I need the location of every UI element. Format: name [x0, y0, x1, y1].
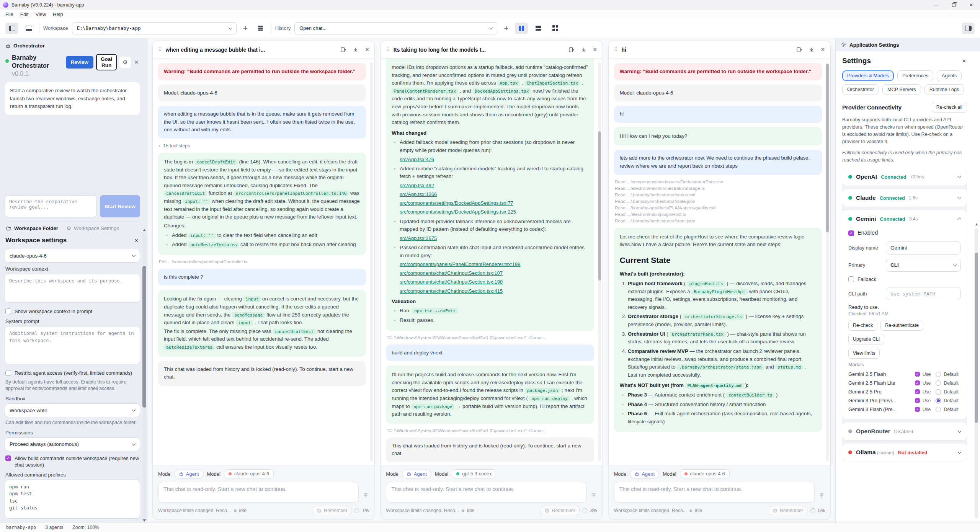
tab-mcp-servers[interactable]: MCP Servers: [882, 84, 921, 95]
file-link[interactable]: src/components/settings/DockedAppSetting…: [400, 208, 516, 216]
file-link[interactable]: src/App.tsx:476: [400, 156, 434, 163]
close-icon[interactable]: ✕: [365, 47, 369, 52]
reauthenticate-button[interactable]: Re-authenticate: [880, 320, 923, 331]
show-context-checkbox[interactable]: [5, 308, 11, 314]
start-review-button[interactable]: Start Review: [100, 195, 140, 217]
provider-row[interactable]: GeminiConnected3.4s: [842, 210, 967, 228]
default-radio[interactable]: [936, 398, 941, 403]
menu-file[interactable]: File: [2, 11, 16, 18]
use-checkbox[interactable]: [915, 407, 920, 412]
send-icon[interactable]: [591, 492, 597, 500]
add-panel-icon[interactable]: [796, 47, 802, 53]
menu-help[interactable]: Help: [50, 11, 66, 18]
close-orchestrator-icon[interactable]: ✕: [134, 59, 139, 65]
upgrade-cli-button[interactable]: Upgrade CLI: [848, 334, 884, 344]
workspace-select[interactable]: E:\Barnaby\barnaby-app: [72, 22, 237, 34]
add-workspace-button[interactable]: +: [240, 23, 250, 33]
enabled-checkbox[interactable]: [848, 230, 854, 236]
menu-view[interactable]: View: [33, 11, 49, 18]
chevron-up-icon[interactable]: [958, 218, 962, 222]
history-select[interactable]: Open chat...: [294, 22, 497, 34]
chevron-down-icon[interactable]: [958, 450, 962, 454]
workspace-model-select[interactable]: claude-opus-4-6: [5, 249, 140, 263]
layout-columns-button[interactable]: [515, 23, 528, 34]
tab-workspace-settings[interactable]: ⚙ Workspace Settings: [67, 225, 119, 231]
drag-handle-icon[interactable]: ⠿: [614, 47, 618, 52]
use-checkbox[interactable]: [915, 380, 920, 385]
gear-icon[interactable]: ⚙: [119, 57, 131, 68]
remember-button[interactable]: Remember: [541, 506, 579, 515]
close-icon[interactable]: ✕: [821, 47, 825, 52]
add-panel-icon[interactable]: [568, 47, 575, 53]
file-link[interactable]: src/components/chat/ChatInputSection.tsx…: [400, 287, 503, 295]
toggle-right-panel-button[interactable]: [962, 23, 975, 34]
default-radio[interactable]: [936, 380, 941, 386]
minimize-button[interactable]: —: [927, 0, 945, 10]
recheck-button[interactable]: Re-check: [848, 320, 877, 331]
allow-build-checkbox[interactable]: [5, 455, 11, 461]
download-icon[interactable]: [581, 47, 587, 53]
tool-steps-toggle[interactable]: ›15 tool steps: [158, 143, 366, 149]
panel-scrollbar-thumb[interactable]: [826, 64, 829, 232]
model-pill[interactable]: gpt-5.3-codex: [452, 469, 496, 478]
chat-input[interactable]: This chat is read-only. Start a new chat…: [614, 482, 815, 503]
settings-scrollbar-thumb[interactable]: [975, 253, 978, 423]
primary-select[interactable]: CLI: [886, 259, 961, 272]
review-button[interactable]: Review: [66, 56, 94, 69]
scroll-down-arrow[interactable]: [143, 519, 146, 522]
agent-mode-pill[interactable]: Agent: [630, 470, 659, 478]
close-settings-icon[interactable]: ✕: [134, 238, 139, 243]
default-radio[interactable]: [936, 372, 941, 377]
layout-grid-button[interactable]: [549, 23, 562, 34]
send-icon[interactable]: [363, 492, 369, 500]
system-prompt-input[interactable]: [5, 326, 140, 364]
chevron-down-icon[interactable]: [958, 429, 962, 433]
remember-button[interactable]: Remember: [769, 506, 807, 515]
file-link[interactable]: src/App.tsx:1266: [400, 191, 437, 198]
new-chat-button[interactable]: +: [501, 23, 511, 33]
display-name-input[interactable]: [886, 242, 961, 255]
close-window-button[interactable]: ✕: [962, 0, 980, 10]
fallback-checkbox[interactable]: [848, 276, 854, 282]
close-icon[interactable]: ✕: [593, 47, 597, 52]
close-settings-panel-icon[interactable]: ✕: [961, 58, 967, 64]
workspace-context-input[interactable]: [5, 274, 140, 303]
chevron-down-icon[interactable]: [958, 196, 962, 199]
goal-run-button[interactable]: Goal Run: [96, 54, 117, 70]
provider-row[interactable]: Ollama (custom)Not installed: [842, 444, 967, 461]
view-limits-button[interactable]: View limits: [848, 348, 880, 359]
agent-mode-pill[interactable]: Agent: [402, 470, 431, 478]
file-link[interactable]: src/components/settings/DockedAppSetting…: [400, 199, 513, 207]
use-checkbox[interactable]: [915, 398, 920, 403]
restore-button[interactable]: [945, 0, 962, 10]
panel-scrollbar-thumb[interactable]: [598, 131, 601, 281]
add-panel-icon[interactable]: [340, 47, 346, 53]
agent-mode-pill[interactable]: Agent: [174, 470, 204, 478]
menu-edit[interactable]: Edit: [17, 11, 32, 18]
drag-handle-icon[interactable]: ⠿: [158, 47, 162, 52]
cli-path-input[interactable]: [886, 287, 961, 300]
toggle-left-panel-button[interactable]: [5, 23, 18, 34]
chat-input[interactable]: This chat is read-only. Start a new chat…: [386, 482, 586, 503]
tab-runtime-logs[interactable]: Runtime Logs: [924, 84, 964, 95]
scroll-up-arrow[interactable]: [143, 229, 146, 231]
tab-preferences[interactable]: Preferences: [897, 70, 933, 81]
tab-workspace-folder[interactable]: Workspace Folder: [6, 225, 58, 231]
recheck-all-button[interactable]: Re-check all: [932, 102, 967, 113]
drag-handle-icon[interactable]: ⠿: [386, 47, 390, 52]
sidebar-scrollbar-thumb[interactable]: [142, 266, 146, 408]
sandbox-select[interactable]: Workspace write: [5, 403, 140, 417]
default-radio[interactable]: [936, 407, 941, 412]
chat-input[interactable]: This chat is read-only. Start a new chat…: [158, 482, 359, 503]
download-icon[interactable]: [353, 47, 359, 53]
provider-row[interactable]: ClaudeConnected1.6s: [842, 189, 967, 207]
file-link[interactable]: src/components/panels/PanelContentRender…: [400, 261, 520, 268]
queue-button[interactable]: [254, 23, 267, 34]
use-checkbox[interactable]: [915, 389, 920, 394]
scroll-up-arrow[interactable]: [975, 223, 978, 225]
review-goal-input[interactable]: [5, 195, 97, 217]
file-link[interactable]: src/App.tsx:492: [400, 182, 434, 189]
use-checkbox[interactable]: [915, 372, 920, 377]
file-link[interactable]: src/components/chat/ChatInputSection.tsx…: [400, 269, 503, 277]
file-link[interactable]: src/components/chat/ChatInputSection.tsx…: [400, 278, 503, 286]
